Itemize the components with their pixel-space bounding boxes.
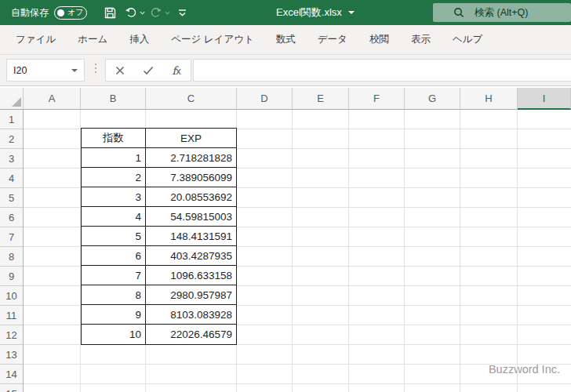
tab-formulas[interactable]: 数式 (265, 27, 307, 53)
name-box-resizer[interactable] (95, 64, 96, 73)
table-row: 6403.4287935 (82, 246, 236, 266)
chevron-down-icon (140, 11, 145, 15)
row-header-9[interactable]: 9 (0, 267, 23, 286)
table-row: 98103.083928 (82, 305, 236, 325)
cell-C9[interactable]: 1096.633158 (146, 266, 236, 285)
column-header-A[interactable]: A (24, 88, 81, 110)
column-header-I[interactable]: I (518, 88, 571, 110)
row-header-15[interactable]: 15 (0, 384, 23, 392)
row-header-4[interactable]: 4 (0, 169, 23, 188)
tab-insert[interactable]: 挿入 (118, 27, 160, 53)
autosave-state: オフ (67, 9, 83, 16)
row-header-3[interactable]: 3 (0, 149, 23, 169)
chevron-down-icon (165, 11, 170, 15)
cell-B4[interactable]: 2 (82, 168, 146, 187)
chevron-down-icon (71, 69, 78, 72)
search-box[interactable]: 検索 (Alt+Q) (433, 3, 571, 22)
row-header-7[interactable]: 7 (0, 227, 23, 247)
cancel-icon (115, 66, 125, 75)
gridline-vertical (292, 110, 293, 392)
autosave-toggle[interactable]: オフ (54, 6, 87, 20)
gridline-horizontal (24, 383, 571, 384)
table-row: 71096.633158 (82, 266, 236, 285)
redo-button[interactable] (150, 3, 170, 22)
customize-quick-access-toolbar-button[interactable] (175, 3, 189, 22)
cell-B2[interactable]: 指数 (82, 129, 146, 147)
cell-B10[interactable]: 8 (82, 285, 146, 304)
cell-C11[interactable]: 8103.083928 (146, 305, 236, 324)
column-header-H[interactable]: H (460, 88, 518, 110)
table-row: 27.389056099 (82, 168, 236, 187)
gridline-horizontal (24, 364, 571, 365)
cell-reference: I20 (13, 65, 27, 76)
table-row: 指数EXP (82, 129, 236, 148)
name-box[interactable]: I20 (6, 59, 85, 82)
watermark-text: Buzzword Inc. (489, 363, 560, 376)
undo-button[interactable] (125, 3, 145, 22)
redo-icon (150, 5, 162, 20)
data-table: 指数EXP12.71828182827.389056099320.0855369… (81, 128, 237, 345)
search-icon (453, 7, 464, 18)
cell-C3[interactable]: 2.718281828 (146, 148, 236, 167)
formula-bar-row: I20 fx (0, 55, 571, 86)
cancel-button[interactable] (106, 60, 134, 81)
quick-access-toolbar (100, 3, 189, 22)
tab-home[interactable]: ホーム (67, 27, 118, 53)
document-title-control[interactable]: Excel関数.xlsx (276, 0, 355, 25)
cell-C4[interactable]: 7.389056099 (146, 168, 236, 187)
tab-review[interactable]: 校閲 (358, 27, 400, 53)
cell-C2[interactable]: EXP (146, 129, 236, 147)
row-header-12[interactable]: 12 (0, 325, 23, 345)
cell-B7[interactable]: 5 (82, 227, 146, 245)
table-row: 82980.957987 (82, 285, 236, 305)
enter-button[interactable] (134, 60, 162, 81)
row-header-13[interactable]: 13 (0, 345, 23, 365)
cell-B5[interactable]: 3 (82, 187, 146, 206)
cell-C6[interactable]: 54.59815003 (146, 207, 236, 226)
column-header-C[interactable]: C (146, 88, 237, 110)
table-row: 1022026.46579 (82, 325, 236, 344)
cell-B6[interactable]: 4 (82, 207, 146, 226)
formula-input[interactable] (193, 59, 571, 82)
cell-C5[interactable]: 20.08553692 (146, 187, 236, 206)
row-header-10[interactable]: 10 (0, 286, 23, 306)
cell-C12[interactable]: 22026.46579 (146, 325, 236, 344)
cell-C7[interactable]: 148.4131591 (146, 227, 236, 245)
autosave-label: 自動保存 (11, 6, 49, 20)
cell-B12[interactable]: 10 (82, 325, 146, 344)
tab-data[interactable]: データ (307, 27, 358, 53)
column-header-F[interactable]: F (349, 88, 405, 110)
cell-B8[interactable]: 6 (82, 246, 146, 265)
column-header-B[interactable]: B (81, 88, 146, 110)
toggle-knob-icon (57, 9, 64, 16)
tab-file[interactable]: ファイル (5, 27, 67, 53)
search-placeholder: 検索 (Alt+Q) (475, 6, 528, 20)
row-header-1[interactable]: 1 (0, 110, 23, 129)
autosave-control[interactable]: 自動保存 オフ (11, 6, 87, 20)
row-header-14[interactable]: 14 (0, 365, 23, 384)
column-header-E[interactable]: E (293, 88, 349, 110)
undo-icon (125, 5, 137, 20)
tab-view[interactable]: 表示 (400, 27, 442, 53)
column-header-G[interactable]: G (405, 88, 460, 110)
cell-C10[interactable]: 2980.957987 (146, 285, 236, 304)
cell-C8[interactable]: 403.4287935 (146, 246, 236, 265)
cell-B9[interactable]: 7 (82, 266, 146, 285)
customize-toolbar-icon (177, 8, 187, 17)
row-header-5[interactable]: 5 (0, 188, 23, 208)
tab-page-layout[interactable]: ページ レイアウト (160, 27, 265, 53)
cell-B11[interactable]: 9 (82, 305, 146, 324)
table-row: 5148.4131591 (82, 227, 236, 246)
save-button[interactable] (100, 3, 120, 22)
insert-function-button[interactable]: fx (162, 60, 191, 81)
cell-B3[interactable]: 1 (82, 148, 146, 167)
select-all-button[interactable] (0, 88, 24, 110)
row-header-2[interactable]: 2 (0, 129, 23, 149)
column-header-D[interactable]: D (237, 88, 293, 110)
row-header-8[interactable]: 8 (0, 247, 23, 267)
gridline-vertical (517, 110, 518, 392)
row-header-11[interactable]: 11 (0, 306, 23, 325)
tab-help[interactable]: ヘルプ (442, 27, 493, 53)
row-header-6[interactable]: 6 (0, 208, 23, 227)
spreadsheet-grid[interactable]: 123456789101112131415 Buzzword Inc. ABCD… (0, 86, 571, 392)
